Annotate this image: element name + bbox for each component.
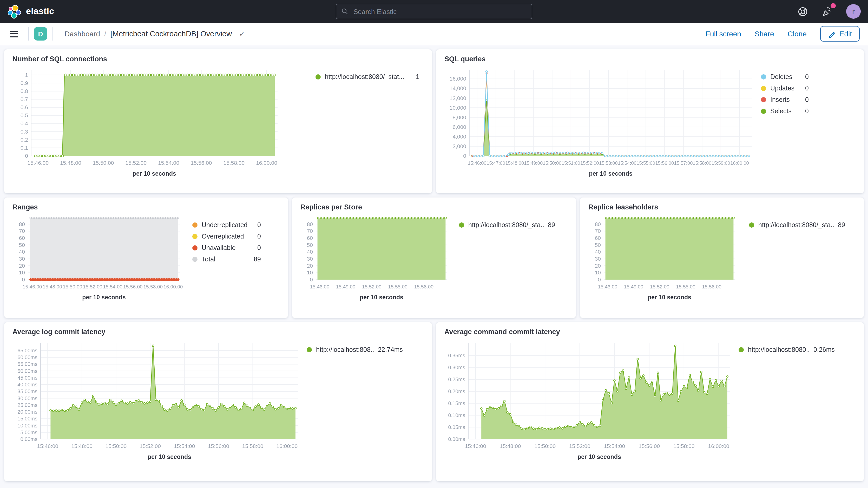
svg-text:1: 1	[25, 72, 28, 78]
breadcrumb-dashboard[interactable]: Dashboard	[64, 30, 100, 38]
chart-avg-log-commit-latency[interactable]: 65.00ms60.00ms55.00ms50.00ms45.00ms40.00…	[12, 337, 304, 469]
svg-text:70: 70	[595, 228, 601, 234]
panel-sql-connections: Number of SQL connections 10.90.80.70.60…	[4, 49, 432, 193]
svg-text:0.25ms: 0.25ms	[448, 376, 465, 382]
legend-label: Deletes	[770, 73, 801, 81]
svg-text:50: 50	[307, 242, 313, 248]
saved-check-icon: ✓	[239, 30, 245, 38]
panel-title: Replica leaseholders	[588, 203, 856, 211]
legend-color-dot	[315, 74, 321, 80]
svg-text:25.00ms: 25.00ms	[18, 402, 37, 408]
svg-text:16:00:00: 16:00:00	[708, 443, 730, 449]
svg-text:14,000: 14,000	[450, 85, 466, 91]
svg-text:20.00ms: 20.00ms	[18, 409, 37, 415]
legend-value: 89	[838, 221, 845, 229]
panel-title: Ranges	[12, 203, 280, 211]
top-header: elastic	[0, 0, 868, 23]
svg-text:15:52:00: 15:52:00	[650, 284, 670, 289]
legend-item[interactable]: Updates0	[761, 85, 809, 92]
legend-value: 22.74ms	[378, 346, 403, 354]
svg-text:16:00:00: 16:00:00	[163, 284, 183, 289]
menu-button[interactable]	[5, 25, 23, 42]
svg-text:15:59:00: 15:59:00	[712, 160, 730, 166]
deployment-badge[interactable]: D	[34, 27, 47, 40]
svg-text:10,000: 10,000	[450, 105, 466, 111]
dashboard-grid: Number of SQL connections 10.90.80.70.60…	[0, 45, 868, 481]
legend-value: 0	[805, 108, 809, 115]
legend-color-dot	[739, 347, 744, 353]
chart-canvas: 8070605040302010015:46:0015:49:0015:52:0…	[588, 212, 739, 303]
legend-value: 89	[548, 221, 555, 229]
legend-item[interactable]: Overreplicated0	[192, 233, 261, 240]
svg-text:0.3: 0.3	[21, 129, 28, 134]
legend-item[interactable]: Underreplicated0	[192, 221, 261, 229]
svg-text:35.00ms: 35.00ms	[18, 389, 37, 394]
legend-label: Inserts	[770, 96, 801, 103]
svg-text:0.00ms: 0.00ms	[448, 436, 465, 442]
chart-sql-connections[interactable]: 10.90.80.70.60.50.40.30.20.1015:46:0015:…	[12, 64, 283, 180]
deployment-badge-letter: D	[38, 30, 43, 38]
svg-text:15:46:00: 15:46:00	[23, 284, 42, 289]
svg-text:0: 0	[598, 276, 601, 282]
legend-value: 0	[805, 96, 809, 103]
legend-item[interactable]: http://localhost:8080/_sta...89	[749, 221, 845, 229]
svg-text:15:48:00: 15:48:00	[71, 443, 93, 449]
svg-text:2,000: 2,000	[453, 143, 466, 149]
chart-canvas: 8070605040302010015:46:0015:48:0015:50:0…	[12, 212, 184, 303]
legend-item[interactable]: http://localhost:8080/_stat...1	[315, 73, 420, 81]
legend-item[interactable]: Unavailable0	[192, 244, 261, 251]
chart-avg-command-commit-latency[interactable]: 0.35ms0.30ms0.25ms0.20ms0.15ms0.10ms0.05…	[444, 337, 736, 469]
legend-label: Overreplicated	[202, 233, 253, 240]
legend-item[interactable]: Total89	[192, 256, 261, 263]
legend-item[interactable]: Deletes0	[761, 73, 809, 81]
svg-text:15:54:00: 15:54:00	[174, 443, 195, 449]
chart-legend: http://localhost:8080/_sta...89	[749, 221, 845, 233]
svg-text:80: 80	[19, 221, 25, 227]
news-button[interactable]	[821, 5, 834, 18]
chart-ranges[interactable]: 8070605040302010015:46:0015:48:0015:50:0…	[12, 212, 184, 305]
chart-sql-queries[interactable]: 16,00014,00012,00010,0008,0006,0004,0002…	[444, 64, 756, 180]
notification-dot	[831, 3, 836, 8]
legend-color-dot	[761, 97, 766, 102]
svg-text:5.00ms: 5.00ms	[20, 430, 37, 435]
panel-avg-command-commit-latency: Average command commit latency 0.35ms0.3…	[436, 322, 864, 481]
chart-replicas-per-store[interactable]: 8070605040302010015:46:0015:49:0015:52:0…	[301, 212, 451, 305]
svg-text:16:00:00: 16:00:00	[276, 443, 298, 449]
legend-item[interactable]: http://localhost:8080/_sta...89	[459, 221, 555, 229]
panel-title: Number of SQL connections	[12, 55, 424, 63]
legend-item[interactable]: http://localhost:8080...0.26ms	[739, 346, 835, 354]
svg-text:30: 30	[307, 256, 313, 262]
chart-replica-leaseholders[interactable]: 8070605040302010015:46:0015:49:0015:52:0…	[588, 212, 739, 305]
svg-text:20: 20	[307, 263, 313, 269]
search-icon	[341, 8, 348, 15]
legend-item[interactable]: Inserts0	[761, 96, 809, 103]
svg-text:80: 80	[307, 221, 313, 227]
user-avatar[interactable]: r	[846, 4, 861, 19]
svg-text:10: 10	[595, 270, 601, 275]
svg-text:0.4: 0.4	[21, 120, 28, 126]
panel-title: Average log commit latency	[12, 328, 424, 336]
panel-replica-leaseholders: Replica leaseholders 8070605040302010015…	[580, 197, 864, 318]
chart-canvas: 16,00014,00012,00010,0008,0006,0004,0002…	[444, 64, 756, 178]
svg-text:40.00ms: 40.00ms	[18, 382, 37, 388]
full-screen-button[interactable]: Full screen	[706, 30, 741, 38]
svg-text:10: 10	[307, 270, 313, 275]
toolbar: D Dashboard / [Metricbeat CockroachDB] O…	[0, 23, 868, 45]
breadcrumb-separator: /	[104, 30, 106, 38]
edit-button[interactable]: Edit	[820, 26, 860, 41]
svg-text:15:46:00: 15:46:00	[468, 160, 487, 166]
help-button[interactable]	[796, 5, 809, 18]
svg-text:65.00ms: 65.00ms	[18, 348, 37, 354]
global-search[interactable]	[336, 4, 532, 19]
search-input[interactable]	[352, 7, 527, 16]
svg-text:30.00ms: 30.00ms	[18, 396, 37, 401]
clone-button[interactable]: Clone	[788, 30, 807, 38]
svg-text:20: 20	[19, 263, 25, 269]
svg-text:15:48:00: 15:48:00	[42, 284, 62, 289]
legend-color-dot	[761, 109, 766, 114]
share-button[interactable]: Share	[755, 30, 774, 38]
kibana-app: elastic	[0, 0, 868, 488]
legend-item[interactable]: http://localhost:808...22.74ms	[307, 346, 403, 354]
elastic-logo[interactable]: elastic	[7, 4, 54, 19]
legend-item[interactable]: Selects0	[761, 108, 809, 115]
